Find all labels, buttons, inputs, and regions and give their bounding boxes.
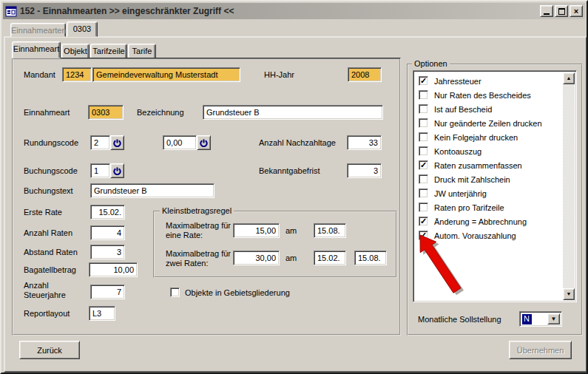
option-label: Jahressteuer	[434, 77, 481, 86]
option-label: Änderung = Abbrechnung	[434, 217, 527, 226]
kleinstbetragsregel-title: Kleinstbetragsregel	[160, 206, 234, 215]
option-item[interactable]: Nur geänderte Zeilen drucken	[413, 116, 563, 130]
option-checkbox[interactable]: ✓	[419, 160, 428, 170]
zwei-raten-datum2-field[interactable]: 15.08.	[354, 251, 387, 265]
max-zwei-raten-field[interactable]: 30,00	[233, 251, 280, 265]
option-item[interactable]: Ist auf Bescheid	[413, 102, 563, 116]
am-label-1: am	[285, 226, 297, 235]
eine-rate-datum-field[interactable]: 15.08.	[314, 223, 346, 238]
close-icon: ×	[574, 7, 578, 16]
form-panel	[12, 58, 401, 336]
options-list: ✓JahressteuerNur Raten des BescheidesIst…	[413, 74, 563, 242]
tab-einnahmeart[interactable]: Einnahmeart	[12, 41, 61, 58]
option-label: Nur geänderte Zeilen drucken	[434, 119, 542, 128]
option-item[interactable]: ✓Raten zusammenfassen	[413, 158, 563, 172]
tab-0303[interactable]: 0303	[67, 21, 98, 37]
scroll-down-icon: ▼	[567, 291, 572, 296]
sollstellung-combobox[interactable]: N ▼	[519, 311, 562, 327]
maximize-button[interactable]	[555, 5, 568, 17]
option-item[interactable]: ✓Jahressteuer	[413, 74, 563, 88]
option-checkbox[interactable]	[419, 104, 428, 114]
am-label-2: am	[285, 254, 297, 262]
tab-tarife[interactable]: Tarife	[128, 44, 156, 58]
option-checkbox[interactable]	[419, 132, 428, 142]
tab-einnahmearten[interactable]: Einnahmearten	[10, 23, 66, 37]
option-checkbox[interactable]	[419, 203, 428, 212]
sollstellung-label: Monatliche Sollstellung	[418, 315, 501, 324]
option-item[interactable]: Nur Raten des Bescheides	[413, 88, 563, 102]
minimize-button[interactable]	[540, 5, 553, 17]
scroll-down-button[interactable]: ▼	[563, 288, 575, 300]
tab-objekt[interactable]: Objekt	[61, 44, 89, 58]
option-item[interactable]: Druck mit Zahlschein	[413, 172, 563, 186]
option-item[interactable]: Kein Folgejahr drucken	[413, 130, 563, 144]
option-label: Kontoauszug	[434, 147, 481, 156]
close-button[interactable]: ×	[570, 5, 583, 17]
max-zwei-raten-label: Maximalbetrag für zwei Raten:	[166, 249, 236, 268]
max-eine-rate-label: Maximalbetrag für eine Rate:	[166, 221, 236, 240]
scroll-up-icon: ▲	[567, 75, 572, 81]
option-item[interactable]: Raten pro Tarifzeile	[413, 200, 563, 214]
tab-tarifzeile[interactable]: Tarifzeile	[90, 44, 127, 58]
option-checkbox[interactable]	[419, 146, 428, 156]
app-window: 152 - Einnahmearten >> eingeschränkter Z…	[0, 0, 588, 374]
uebernehmen-button[interactable]: Übernehmen	[509, 341, 572, 359]
option-checkbox[interactable]: ✓	[419, 217, 428, 226]
zurueck-button[interactable]: Zurück	[19, 341, 80, 359]
option-label: Raten pro Tarifzeile	[434, 203, 504, 212]
minimize-icon	[544, 13, 550, 15]
option-label: Raten zusammenfassen	[434, 161, 522, 170]
option-checkbox[interactable]	[419, 90, 428, 100]
option-item[interactable]: Kontoauszug	[413, 144, 563, 158]
option-checkbox[interactable]	[419, 188, 428, 198]
option-item[interactable]: JW unterjährig	[413, 186, 563, 200]
zwei-raten-datum1-field[interactable]: 15.02.	[314, 251, 346, 265]
form-window-icon	[5, 6, 17, 17]
option-checkbox[interactable]	[419, 118, 428, 128]
option-label: JW unterjährig	[434, 189, 487, 198]
option-label: Ist auf Bescheid	[434, 105, 492, 114]
option-checkbox[interactable]	[419, 174, 428, 184]
chevron-down-icon: ▼	[551, 316, 557, 322]
option-item[interactable]: ✓Änderung = Abbrechnung	[413, 214, 563, 228]
scroll-up-button[interactable]: ▲	[563, 72, 575, 84]
optionen-title: Optionen	[412, 59, 450, 68]
maximize-icon	[558, 8, 565, 15]
option-label: Nur Raten des Bescheides	[434, 91, 531, 100]
sollstellung-dropdown-button[interactable]: ▼	[547, 313, 560, 324]
options-scrollbar[interactable]: ▲ ▼	[563, 72, 575, 300]
red-annotation-arrow	[411, 229, 469, 297]
title-bar: 152 - Einnahmearten >> eingeschränkter Z…	[3, 3, 585, 19]
option-label: Druck mit Zahlschein	[434, 175, 510, 184]
option-checkbox[interactable]: ✓	[419, 76, 428, 86]
max-eine-rate-field[interactable]: 15,00	[233, 223, 280, 238]
option-label: Kein Folgejahr drucken	[434, 133, 518, 142]
window-title: 152 - Einnahmearten >> eingeschränkter Z…	[20, 6, 540, 16]
sollstellung-value: N	[522, 314, 532, 324]
